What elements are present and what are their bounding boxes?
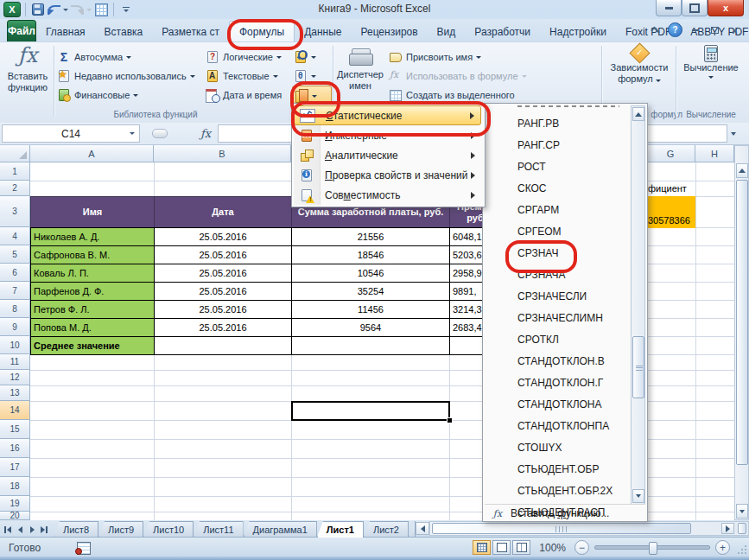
function-item-СРЗНАЧА[interactable]: СРЗНАЧА <box>485 264 630 285</box>
sheet-tab-clipped[interactable] <box>409 521 416 538</box>
function-item-СТЬЮДЕНТ.ОБР.2X[interactable]: СТЬЮДЕНТ.ОБР.2X <box>485 480 630 501</box>
menu-item-Статистические[interactable]: Статистические <box>294 105 481 125</box>
function-item-РОСТ[interactable]: РОСТ <box>485 156 630 177</box>
workbook-restore-button[interactable] <box>708 23 722 37</box>
function-item-СРГЕОМ[interactable]: СРГЕОМ <box>485 220 630 242</box>
button-Финансовые[interactable]: Финансовые <box>57 86 204 105</box>
menu-item-Проверка свойств и значений[interactable]: iПроверка свойств и значений <box>294 165 481 185</box>
formula-bar-splitter[interactable] <box>152 129 168 138</box>
row-header-13[interactable]: 13 <box>0 385 30 401</box>
column-header-A[interactable]: A <box>30 145 154 162</box>
function-item-РАНГ.РВ[interactable]: РАНГ.РВ <box>485 112 630 134</box>
button-Логические[interactable]: ?Логические <box>206 48 291 67</box>
tab-Разметка ст[interactable]: Разметка ст <box>152 22 229 41</box>
function-item-СТАНДОТКЛОНПА[interactable]: СТАНДОТКЛОНПА <box>485 415 630 436</box>
function-item-СТАНДОТКЛОН.В[interactable]: СТАНДОТКЛОН.В <box>485 350 630 372</box>
page-layout-view-button[interactable] <box>492 540 511 555</box>
sheet-tab-Лист11[interactable]: Лист11 <box>194 521 243 538</box>
row-header-17[interactable]: 17 <box>0 458 30 477</box>
row-header-2[interactable]: 2 <box>0 181 30 196</box>
tab-Главная[interactable]: Главная <box>36 22 95 41</box>
zoom-in-button[interactable]: + <box>715 540 730 555</box>
customize-qat-button[interactable] <box>118 3 133 17</box>
function-item-СТАНДОТКЛОНА[interactable]: СТАНДОТКЛОНА <box>485 393 630 415</box>
minimize-button[interactable] <box>656 0 682 16</box>
resize-grip[interactable] <box>737 544 747 555</box>
function-item-СРГАРМ[interactable]: СРГАРМ <box>485 199 630 220</box>
row-header-20[interactable]: 20 <box>0 512 30 520</box>
button-Текстовые[interactable]: АТекстовые <box>206 67 291 86</box>
tab-Данные[interactable]: Данные <box>295 22 351 41</box>
button-Присвоить имя[interactable]: Присвоить имя <box>389 48 562 67</box>
workbook-minimize-button[interactable] <box>688 23 702 37</box>
menu-item-Инженерные[interactable]: 101Инженерные <box>294 125 481 145</box>
page-break-view-button[interactable] <box>512 540 530 555</box>
row-header-9[interactable]: 9 <box>0 318 30 336</box>
submenu-scroll-down-button[interactable] <box>632 489 644 503</box>
column-header-H[interactable]: H <box>695 145 734 162</box>
insert-function-fx-button[interactable]: ƒx <box>200 127 211 140</box>
next-sheet-button[interactable] <box>26 523 38 536</box>
normal-view-button[interactable] <box>473 540 491 555</box>
tab-Вид[interactable]: Вид <box>428 22 466 41</box>
scroll-right-button[interactable] <box>721 523 734 534</box>
last-sheet-button[interactable] <box>38 523 50 536</box>
calculation-button[interactable]: Вычисление <box>679 45 743 119</box>
function-item-СТОШYX[interactable]: СТОШYX <box>485 436 630 458</box>
sheet-tab-Лист9[interactable]: Лист9 <box>98 521 143 538</box>
selected-cell-C14[interactable] <box>291 401 450 421</box>
collapse-ribbon-button[interactable] <box>648 23 663 37</box>
horizontal-scroll-thumb[interactable] <box>432 523 691 534</box>
calculation-dropdown-icon[interactable] <box>708 76 714 79</box>
row-header-3[interactable]: 3 <box>0 196 30 227</box>
tab-Разработчи[interactable]: Разработчи <box>465 22 540 41</box>
horizontal-scrollbar[interactable] <box>429 521 749 536</box>
restore-button[interactable] <box>682 0 708 16</box>
name-box-dropdown-icon[interactable] <box>130 132 135 135</box>
undo-button[interactable] <box>48 3 68 17</box>
touch-mode-button[interactable] <box>94 3 109 17</box>
function-item-СТЬЮДЕНТ.ОБР[interactable]: СТЬЮДЕНТ.ОБР <box>485 458 630 480</box>
sheet-tab-Лист8[interactable]: Лист8 <box>54 521 98 538</box>
row-header-7[interactable]: 7 <box>0 282 30 300</box>
save-button[interactable] <box>30 3 45 17</box>
workbook-close-button[interactable]: x <box>727 23 742 37</box>
sheet-tab-Лист2[interactable]: Лист2 <box>364 521 409 538</box>
scrollbar-resize-handle[interactable] <box>738 523 746 534</box>
tab-Рецензиров[interactable]: Рецензиров <box>351 22 427 41</box>
column-header-G[interactable]: G <box>646 145 695 162</box>
row-header-10[interactable]: 10 <box>0 336 30 354</box>
function-item-СРЗНАЧЕСЛИМН[interactable]: СРЗНАЧЕСЛИМН <box>485 307 630 328</box>
row-header-6[interactable]: 6 <box>0 264 30 282</box>
vertical-scroll-thumb[interactable] <box>736 180 748 465</box>
close-button[interactable]: x <box>708 0 744 16</box>
scroll-down-button[interactable] <box>736 504 748 519</box>
insert-function-button[interactable]: ƒx Вставить функцию <box>3 45 52 119</box>
row-header-15[interactable]: 15 <box>0 420 30 439</box>
function-item-СРЗНАЧ[interactable]: СРЗНАЧ <box>485 242 630 264</box>
zoom-level[interactable]: 100% <box>539 542 566 554</box>
function-item-СКОС[interactable]: СКОС <box>485 177 630 199</box>
sheet-tab-Лист1[interactable]: Лист1 <box>317 521 364 538</box>
record-macro-button[interactable] <box>75 541 92 555</box>
submenu-scrollbar[interactable] <box>631 105 645 505</box>
button-Дата и время[interactable]: Дата и время <box>206 86 291 105</box>
tab-Надстройки[interactable]: Надстройки <box>540 22 616 41</box>
tab-Вставка[interactable]: Вставка <box>95 22 153 41</box>
name-box[interactable]: C14 <box>2 124 140 143</box>
submenu-scroll-up-button[interactable] <box>632 107 644 121</box>
button-math-trig[interactable]: θ <box>292 67 332 86</box>
fill-handle[interactable] <box>447 417 453 423</box>
button-Автосумма[interactable]: ΣАвтосумма <box>57 48 204 67</box>
zoom-out-button[interactable]: − <box>574 540 589 555</box>
function-item-СТАНДОТКЛОН.Г[interactable]: СТАНДОТКЛОН.Г <box>485 372 630 393</box>
row-header-4[interactable]: 4 <box>0 227 30 245</box>
expand-formula-bar-icon[interactable] <box>731 132 736 136</box>
sheet-tab-Диаграмма1[interactable]: Диаграмма1 <box>244 521 317 538</box>
zoom-slider-thumb[interactable] <box>649 542 657 555</box>
row-header-1[interactable]: 1 <box>0 162 30 181</box>
function-item-СРОТКЛ[interactable]: СРОТКЛ <box>485 328 630 350</box>
button-Создать из выделенного[interactable]: Создать из выделенного <box>389 86 562 105</box>
prev-sheet-button[interactable] <box>14 523 26 536</box>
sheet-tab-Лист10[interactable]: Лист10 <box>143 521 194 538</box>
